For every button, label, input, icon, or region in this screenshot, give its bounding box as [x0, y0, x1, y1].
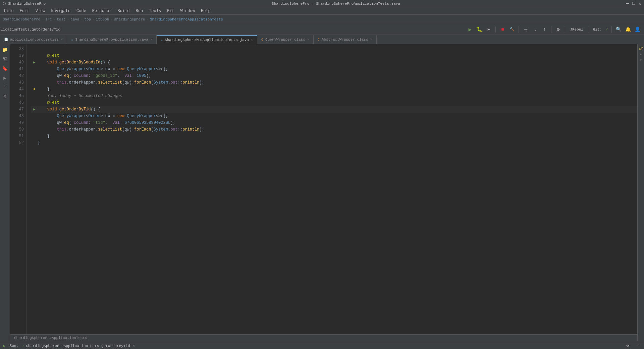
menu-file[interactable]: File [1, 8, 16, 14]
editor-area: 38 39 40 41 42 43 44 45 46 47 48 49 50 5… [10, 44, 637, 341]
line-numbers: 38 39 40 41 42 43 44 45 46 47 48 49 50 5… [10, 44, 27, 334]
run-coverage-btn[interactable]: ▶ [485, 26, 493, 34]
right-icon-up: ▲ [638, 52, 644, 57]
class-icon-1: C [318, 38, 320, 42]
gutter-run-47[interactable]: ▶ [31, 106, 38, 113]
nav-top[interactable]: top [84, 17, 91, 21]
editor-classname: ShardingSphereProApplicationTests [14, 336, 87, 340]
sidebar-git-icon[interactable]: ⑂ [1, 83, 9, 91]
editor-footer: ShardingSphereProApplicationTests [10, 334, 637, 341]
tab-application-properties[interactable]: 📄 application.properties × [0, 35, 67, 44]
nav-shardingsphere[interactable]: shardingsphere [114, 17, 145, 21]
run-config-selector[interactable]: ▶ ShardingSphereProApplicationTests.getO… [3, 26, 11, 34]
menu-navigate[interactable]: Navigate [48, 8, 73, 14]
code-line-46: @Test [31, 99, 637, 106]
step-over-btn[interactable]: ⟶ [522, 26, 530, 34]
jrebel-label[interactable]: JRebel [568, 28, 585, 32]
debug-btn[interactable]: 🐛 [475, 26, 483, 34]
gutter-41 [31, 66, 38, 72]
app-icon: ⬡ [3, 1, 6, 6]
run-panel-settings[interactable]: ⚙ [624, 342, 631, 349]
title-bar-app-name: ⬡ ShardingSpherePro [3, 1, 46, 6]
nav-project[interactable]: ShardingSpherePro [3, 17, 40, 21]
menu-git[interactable]: Git [164, 8, 177, 14]
bottom-tabs: ▶ Run: ✓ ShardingSphereProApplicationTes… [0, 341, 644, 349]
menu-code[interactable]: Code [74, 8, 89, 14]
tab-abstractwrapper[interactable]: C AbstractWrapper.class × [314, 35, 377, 44]
gutter-49 [31, 119, 38, 126]
run-tab-icon: ▶ [3, 343, 5, 349]
menu-window[interactable]: Window [178, 8, 198, 14]
code-line-51: } [31, 133, 637, 140]
menu-build[interactable]: Build [115, 8, 132, 14]
gutter-46 [31, 99, 38, 106]
gutter-50 [31, 126, 38, 133]
close-btn[interactable]: ✕ [639, 1, 641, 6]
run-panel-close[interactable]: — [634, 342, 641, 349]
run-tab-label[interactable]: ShardingSphereProApplicationTests.getOrd… [26, 344, 130, 348]
tab-querywrapper[interactable]: C QueryWrapper.class × [257, 35, 314, 44]
sidebar-maven-icon[interactable]: M [1, 93, 9, 101]
search-btn[interactable]: 🔍 [614, 26, 623, 34]
code-line-42: qw.eq( column: "goods_id", val: 1005); [31, 72, 637, 79]
step-into-btn[interactable]: ↓ [531, 26, 539, 34]
gutter-run-40[interactable]: ▶ [31, 59, 38, 66]
class-icon-0: C [261, 38, 263, 42]
right-icon-warnings[interactable]: △2 [638, 46, 644, 51]
gutter-42 [31, 72, 38, 79]
file-tabs: 📄 application.properties × ☕ ShardingSph… [0, 35, 644, 44]
tab-shardingspherepro-tests[interactable]: ☕ ShardingSphereProApplicationTests.java… [157, 35, 257, 44]
menu-help[interactable]: Help [198, 8, 213, 14]
nav-it6666[interactable]: it6666 [96, 17, 109, 21]
sidebar-run-icon[interactable]: ▶ [1, 74, 9, 82]
code-line-50: this.orderMapper.selectList(qw).forEach(… [31, 126, 637, 133]
tab-close-3[interactable]: × [307, 38, 309, 42]
left-sidebar: 📁 🏗 🔖 ▶ ⑂ M [0, 44, 10, 341]
tab-close-4[interactable]: × [370, 38, 372, 42]
menu-run[interactable]: Run [133, 8, 146, 14]
menu-bar: File Edit View Navigate Code Refactor Bu… [0, 7, 644, 15]
sidebar-bookmarks-icon[interactable]: 🔖 [1, 64, 9, 72]
nav-class[interactable]: ShardingSphereProApplicationTests [150, 17, 223, 21]
sidebar-project-icon[interactable]: 📁 [1, 46, 9, 54]
tab-close-0[interactable]: × [61, 38, 63, 42]
maximize-btn[interactable]: □ [632, 1, 635, 6]
breadcrumb: ShardingSpherePro › src › test › java › … [0, 15, 644, 24]
code-line-45-git: You, Today • Uncommited changes [31, 93, 637, 99]
notifications-btn[interactable]: 🔔 [624, 26, 632, 34]
nav-test[interactable]: test [57, 17, 65, 21]
gutter-43 [31, 79, 38, 86]
menu-refactor[interactable]: Refactor [90, 8, 114, 14]
nav-src[interactable]: src [45, 17, 52, 21]
account-btn[interactable]: 👤 [633, 26, 641, 34]
nav-java[interactable]: java [70, 17, 79, 21]
step-out-btn[interactable]: ↑ [540, 26, 548, 34]
gutter-48 [31, 113, 38, 119]
code-line-43: this.orderMapper.selectList(qw).forEach(… [31, 79, 637, 86]
sidebar-structure-icon[interactable]: 🏗 [1, 55, 9, 63]
tab-run[interactable]: Run: [7, 342, 21, 349]
code-line-49: qw.eq( column: "tid", val: 6760065935899… [31, 119, 637, 126]
run-btn[interactable]: ▶ [466, 26, 474, 34]
menu-view[interactable]: View [33, 8, 48, 14]
build-btn[interactable]: 🔨 [508, 26, 516, 34]
gutter-52 [31, 140, 38, 146]
gutter-45 [31, 93, 38, 99]
settings-btn[interactable]: ⚙ [554, 26, 562, 34]
minimize-btn[interactable]: — [626, 1, 629, 6]
tab-close-2[interactable]: × [251, 38, 253, 42]
main-area: 📁 🏗 🔖 ▶ ⑂ M 38 39 40 41 42 43 44 45 46 4… [0, 44, 644, 341]
tab-shardingsphereproapplication[interactable]: ☕ ShardingSphereProApplication.java × [67, 35, 157, 44]
window-controls[interactable]: — □ ✕ [626, 1, 641, 6]
code-editor[interactable]: @Test ▶ void getOrderByGoodsId() { Query… [27, 44, 637, 334]
code-line-41: QueryWrapper<Order> qw = new QueryWrappe… [31, 66, 637, 72]
code-line-48: QueryWrapper<Order> qw = new QueryWrappe… [31, 113, 637, 119]
tab-close-1[interactable]: × [150, 38, 152, 42]
stop-btn[interactable]: ■ [498, 26, 506, 34]
run-tab-close[interactable]: × [133, 344, 135, 348]
run-tab-config-icon: ✓ [22, 344, 25, 348]
app-name: ShardingSpherePro [8, 2, 46, 6]
menu-edit[interactable]: Edit [17, 8, 32, 14]
gutter-51 [31, 133, 38, 140]
menu-tools[interactable]: Tools [146, 8, 164, 14]
